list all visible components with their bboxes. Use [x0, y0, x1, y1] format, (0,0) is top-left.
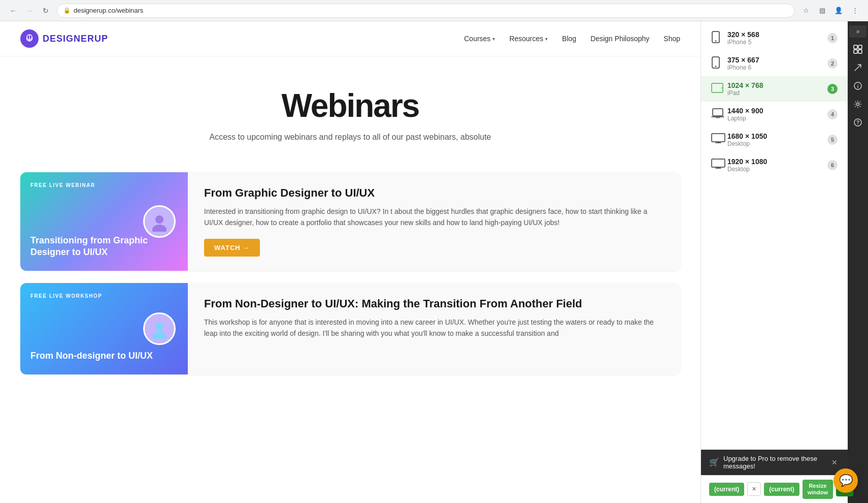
- device-item-iphone6[interactable]: 375 × 667 iPhone 6 2: [701, 51, 848, 76]
- device-info-iphone5: 320 × 568 iPhone 5: [727, 30, 827, 46]
- webinar-badge-1: FREE LIVE WEBINAR: [30, 182, 95, 188]
- nav-courses[interactable]: Courses ▾: [464, 35, 495, 43]
- svg-rect-10: [712, 83, 723, 92]
- help-tool-button[interactable]: ?: [849, 114, 866, 131]
- address-bar[interactable]: 🔒 designerup.co/webinars: [57, 4, 795, 18]
- device-list: 320 × 568 iPhone 5 1 375 × 667 iPhone 6 …: [701, 21, 848, 450]
- hero-subtitle: Access to upcoming webinars and replays …: [173, 133, 528, 142]
- nav-resources[interactable]: Resources ▾: [509, 35, 548, 43]
- svg-rect-15: [854, 45, 857, 49]
- webinar-title-1: From Graphic Designer to UI/UX: [204, 186, 664, 200]
- lock-icon: 🔒: [63, 7, 71, 14]
- arrow-tool-button[interactable]: [849, 59, 866, 76]
- svg-point-11: [721, 87, 722, 88]
- webinar-card-2: FREE LIVE WORKSHOP From Non-designer to …: [20, 283, 680, 374]
- svg-point-2: [155, 215, 163, 224]
- webinar-description-1: Interested in transitioning from graphic…: [204, 206, 664, 229]
- sidebar-expand-button[interactable]: »: [849, 25, 866, 38]
- webinar-description-2: This workshop is for anyone that is inte…: [204, 317, 664, 339]
- webinar-card: FREE LIVE WEBINAR Transitioning from Gra…: [20, 172, 680, 271]
- device-info-desktop1: 1680 × 1050 Desktop: [727, 132, 827, 147]
- device-panel: 320 × 568 iPhone 5 1 375 × 667 iPhone 6 …: [700, 21, 848, 503]
- watch-button-1[interactable]: WATCH →: [204, 239, 260, 257]
- nav-blog[interactable]: Blog: [562, 35, 576, 43]
- desktop-icon: [711, 133, 727, 147]
- webinar-body-2: From Non-Designer to UI/UX: Making the T…: [188, 283, 680, 374]
- device-item-laptop[interactable]: 1440 × 900 Laptop 4: [701, 102, 848, 127]
- svg-rect-13: [712, 134, 725, 142]
- nav-design-philosophy[interactable]: Design Philosophy: [590, 35, 649, 43]
- forward-button[interactable]: →: [22, 4, 37, 18]
- cart-icon: 🛒: [709, 457, 719, 467]
- resources-arrow-icon: ▾: [545, 36, 548, 42]
- device-info-ipad: 1024 × 768 iPad: [727, 81, 827, 97]
- layout-tool-button[interactable]: [849, 41, 866, 58]
- svg-rect-16: [858, 45, 862, 49]
- svg-rect-18: [858, 50, 862, 53]
- resize-controls: (current) ✕ (current) Resize window →: [701, 475, 848, 503]
- resize-current-2-button[interactable]: (current): [764, 483, 799, 496]
- device-item-ipad[interactable]: 1024 × 768 iPad 3: [701, 76, 848, 102]
- upgrade-banner: 🛒 Upgrade to Pro to remove these message…: [701, 450, 848, 475]
- menu-button[interactable]: ⋮: [848, 4, 862, 18]
- reload-button[interactable]: ↻: [39, 4, 53, 18]
- svg-rect-14: [712, 159, 725, 167]
- webinar-avatar-2: [143, 312, 176, 345]
- device-info-laptop: 1440 × 900 Laptop: [727, 107, 827, 122]
- upgrade-close-button[interactable]: ✕: [829, 457, 840, 467]
- resize-x-button[interactable]: ✕: [747, 482, 761, 496]
- webinars-list: FREE LIVE WEBINAR Transitioning from Gra…: [0, 162, 700, 385]
- logo-text: DESIGNERUP: [43, 34, 108, 44]
- website-content: DESIGNERUP Courses ▾ Resources ▾ Blog De…: [0, 21, 700, 503]
- back-button[interactable]: ←: [6, 4, 20, 18]
- nav-buttons: ← → ↻: [6, 4, 53, 18]
- webinar-thumb-title-1: Transitioning from Graphic Designer to U…: [30, 235, 178, 259]
- settings-tool-button[interactable]: [849, 96, 866, 113]
- info-tool-button[interactable]: i: [849, 77, 866, 95]
- webinar-thumbnail-1: FREE LIVE WEBINAR Transitioning from Gra…: [20, 172, 188, 271]
- svg-point-3: [152, 225, 166, 232]
- tablet-icon: [711, 82, 727, 96]
- courses-arrow-icon: ▾: [492, 36, 495, 42]
- svg-point-7: [715, 40, 716, 41]
- svg-text:?: ?: [856, 120, 859, 125]
- upgrade-message: Upgrade to Pro to remove these messages!: [723, 455, 840, 470]
- star-button[interactable]: ☆: [799, 4, 813, 18]
- resize-window-button[interactable]: Resize window: [803, 480, 833, 499]
- laptop-icon: [711, 108, 727, 121]
- page-container: DESIGNERUP Courses ▾ Resources ▾ Blog De…: [0, 21, 868, 503]
- url-text: designerup.co/webinars: [74, 7, 143, 14]
- page-title: Webinars: [20, 87, 680, 124]
- device-item-desktop1[interactable]: 1680 × 1050 Desktop 5: [701, 127, 848, 152]
- webinar-thumbnail-2: FREE LIVE WORKSHOP From Non-designer to …: [20, 283, 188, 374]
- webinar-body-1: From Graphic Designer to UI/UX Intereste…: [188, 172, 680, 271]
- browser-actions: ☆ ▧ 👤 ⋮: [799, 4, 862, 18]
- extension-button[interactable]: ▧: [815, 4, 829, 18]
- browser-chrome: ← → ↻ 🔒 designerup.co/webinars ☆ ▧ 👤 ⋮: [0, 0, 868, 21]
- hero-section: Webinars Access to upcoming webinars and…: [0, 56, 700, 162]
- device-item-iphone5[interactable]: 320 × 568 iPhone 5 1: [701, 25, 848, 51]
- site-nav: DESIGNERUP Courses ▾ Resources ▾ Blog De…: [0, 21, 700, 56]
- svg-rect-17: [854, 50, 857, 53]
- right-sidebar: » i: [848, 21, 868, 503]
- svg-point-5: [152, 332, 166, 339]
- resize-current-1-button[interactable]: (current): [709, 483, 744, 496]
- device-info-iphone6: 375 × 667 iPhone 6: [727, 56, 827, 71]
- nav-shop[interactable]: Shop: [663, 35, 680, 43]
- phone-sm-icon: [711, 31, 727, 46]
- svg-point-4: [155, 323, 163, 331]
- desktop-lg-icon: [711, 158, 727, 173]
- svg-point-21: [857, 103, 859, 106]
- webinar-badge-2: FREE LIVE WORKSHOP: [30, 293, 102, 299]
- svg-point-9: [715, 66, 716, 67]
- site-logo[interactable]: DESIGNERUP: [20, 29, 108, 48]
- webinar-thumb-title-2: From Non-designer to UI/UX: [30, 350, 178, 362]
- device-info-desktop2: 1920 × 1080 Desktop: [727, 158, 827, 173]
- device-item-desktop2[interactable]: 1920 × 1080 Desktop 6: [701, 152, 848, 178]
- chat-button[interactable]: 💬: [833, 468, 858, 493]
- phone-md-icon: [711, 56, 727, 71]
- chat-icon: 💬: [839, 474, 853, 487]
- webinar-avatar-1: [143, 205, 176, 238]
- logo-icon: [20, 29, 39, 48]
- profile-button[interactable]: 👤: [831, 4, 846, 18]
